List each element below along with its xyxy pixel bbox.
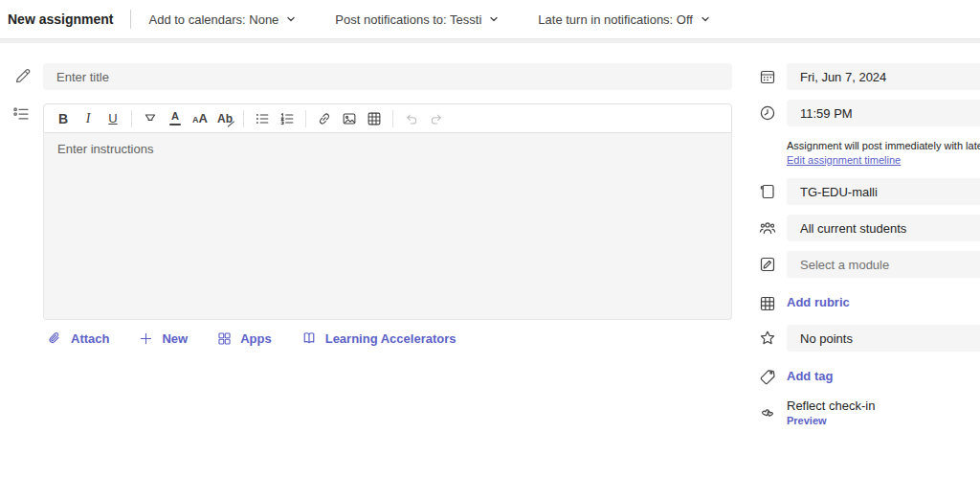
underline-button[interactable]: U <box>100 106 125 130</box>
open-book-icon <box>301 330 318 347</box>
new-button[interactable]: New <box>138 330 188 347</box>
paperclip-icon <box>47 330 63 347</box>
reflect-check-in-label: Reflect check-in <box>787 398 875 413</box>
clear-format-glyph: Ab <box>217 112 233 125</box>
italic-glyph: I <box>86 111 91 126</box>
rubric-grid-icon <box>758 294 777 313</box>
class-name-value: TG-EDU-malli <box>800 185 878 199</box>
underline-glyph: U <box>108 111 117 125</box>
post-schedule-note: Assignment will post immediately with la… <box>787 140 980 151</box>
instructions-input[interactable]: Enter instructions <box>43 133 732 320</box>
undo-button[interactable] <box>399 106 424 130</box>
toolbar-divider <box>392 110 393 127</box>
late-turn-in-notifications-menu[interactable]: Late turn in notifications: Off <box>538 12 711 27</box>
chevron-down-icon <box>700 13 711 25</box>
attach-button[interactable]: Attach <box>47 330 109 347</box>
class-notebook-icon <box>758 182 777 201</box>
clock-icon <box>758 103 777 123</box>
topbar-divider <box>130 10 131 29</box>
assign-to-select[interactable]: All current students <box>787 215 980 241</box>
module-placeholder: Select a module <box>800 258 889 272</box>
clear-format-button[interactable]: Ab <box>212 106 237 130</box>
add-to-calendars-label: Add to calendars: None <box>148 12 278 27</box>
apps-label: Apps <box>240 331 272 346</box>
insert-image-button[interactable] <box>337 106 362 130</box>
edit-assignment-timeline-link[interactable]: Edit assignment timeline <box>787 154 901 166</box>
title-placeholder: Enter title <box>56 70 109 84</box>
add-tag-button[interactable]: Add tag <box>787 369 833 383</box>
learning-accelerators-label: Learning Accelerators <box>325 331 457 346</box>
due-date-value: Fri, Jun 7, 2024 <box>800 70 886 84</box>
new-label: New <box>162 331 188 346</box>
edit-pencil-icon <box>13 66 33 85</box>
font-color-glyph: A <box>169 111 181 126</box>
class-select[interactable]: TG-EDU-malli <box>787 178 980 205</box>
reflect-hearts-icon <box>758 401 777 421</box>
chevron-down-icon <box>488 13 500 25</box>
toolbar-divider <box>131 110 132 127</box>
learning-accelerators-button[interactable]: Learning Accelerators <box>301 330 457 347</box>
page-title: New assignment <box>8 11 113 27</box>
students-icon <box>758 218 777 238</box>
instructions-placeholder: Enter instructions <box>57 142 153 156</box>
font-size-button[interactable]: AA <box>188 106 212 130</box>
points-value: No points <box>800 331 853 346</box>
tag-icon <box>758 367 777 386</box>
toolbar-divider <box>305 110 306 127</box>
post-notifications-label: Post notifications to: Tessti <box>335 12 481 27</box>
topbar-bottom-divider <box>0 38 980 43</box>
highlight-button[interactable] <box>138 106 163 130</box>
points-input[interactable]: No points <box>787 325 980 352</box>
module-icon <box>758 255 777 274</box>
assign-to-value: All current students <box>800 221 906 236</box>
module-select[interactable]: Select a module <box>787 251 980 278</box>
rich-text-toolbar: B I U A AA Ab <box>43 103 732 133</box>
attach-label: Attach <box>71 331 109 346</box>
calendar-icon <box>758 67 777 86</box>
insert-link-button[interactable] <box>312 106 337 130</box>
bullet-list-button[interactable] <box>250 106 275 130</box>
post-notifications-menu[interactable]: Post notifications to: Tessti <box>335 12 500 27</box>
font-size-glyph: AA <box>192 111 208 125</box>
assignment-topbar: New assignment Add to calendars: None Po… <box>0 0 980 38</box>
attachment-actions-row: Attach New Apps Learning Accelerators <box>47 330 456 347</box>
due-time-value: 11:59 PM <box>800 106 853 121</box>
bold-glyph: B <box>58 111 68 126</box>
due-time-input[interactable]: 11:59 PM <box>787 100 980 126</box>
redo-button[interactable] <box>424 106 449 130</box>
apps-grid-icon <box>216 330 233 347</box>
toolbar-divider <box>243 110 244 127</box>
title-input[interactable]: Enter title <box>43 63 732 90</box>
numbered-list-button[interactable] <box>275 106 300 130</box>
insert-table-button[interactable] <box>362 106 387 130</box>
late-turn-in-label: Late turn in notifications: Off <box>538 12 693 27</box>
due-date-input[interactable]: Fri, Jun 7, 2024 <box>787 63 980 90</box>
reflect-preview-link[interactable]: Preview <box>787 415 827 426</box>
font-color-button[interactable]: A <box>163 106 188 130</box>
star-icon <box>758 329 777 348</box>
apps-button[interactable]: Apps <box>216 330 272 347</box>
add-to-calendars-menu[interactable]: Add to calendars: None <box>148 12 297 27</box>
instructions-list-icon <box>11 104 31 124</box>
bold-button[interactable]: B <box>51 106 76 130</box>
plus-icon <box>138 330 154 347</box>
chevron-down-icon <box>285 13 297 25</box>
instructions-editor: B I U A AA Ab <box>43 103 732 320</box>
italic-button[interactable]: I <box>76 106 100 130</box>
add-rubric-button[interactable]: Add rubric <box>787 295 850 309</box>
